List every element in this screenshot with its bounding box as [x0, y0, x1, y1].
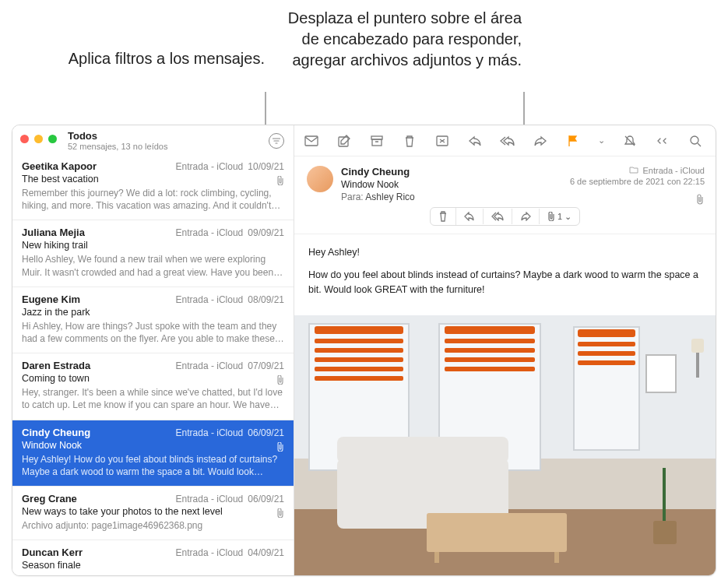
message-list-pane: Todos 52 mensajes, 13 no leídos Geetika … [12, 125, 294, 575]
msg-date: 09/09/21 [248, 227, 284, 238]
mute-icon[interactable] [622, 135, 638, 147]
message-header: Cindy Cheung Window Nook Para: Ashley Ri… [294, 156, 716, 234]
filter-button[interactable] [269, 133, 284, 149]
message-row[interactable]: Greg Crane Entrada - iCloud06/09/21 New … [12, 487, 294, 540]
ha-trash[interactable] [431, 208, 456, 225]
new-message-icon[interactable] [304, 135, 319, 146]
msg-subject: The best vacation [22, 174, 284, 185]
msg-mailbox: Entrada - iCloud [176, 294, 244, 305]
archive-icon[interactable] [369, 135, 385, 146]
minimize-window-button[interactable] [34, 135, 43, 143]
svg-rect-4 [305, 136, 318, 146]
msg-subject: Season finale [22, 560, 284, 571]
ha-attach-count: 1 [557, 212, 562, 221]
body-line-2: How do you feel about blinds instead of … [308, 268, 702, 297]
reply-all-icon[interactable] [500, 135, 515, 146]
msg-date: 07/09/21 [248, 360, 284, 371]
paperclip-icon [276, 176, 284, 188]
annotation-layer: Aplica filtros a los mensajes. Desplaza … [0, 0, 728, 125]
flag-dropdown[interactable]: ⌄ [598, 135, 605, 146]
msg-from: Duncan Kerr [22, 547, 83, 558]
flag-icon[interactable] [565, 135, 581, 147]
mail-window: Todos 52 mensajes, 13 no leídos Geetika … [12, 125, 716, 576]
trash-icon[interactable] [402, 135, 417, 147]
svg-rect-7 [372, 139, 382, 146]
msg-subject: New ways to take your photos to the next… [22, 506, 284, 517]
msg-from: Eugene Kim [22, 294, 80, 305]
msg-mailbox: Entrada - iCloud [176, 427, 244, 438]
callout-filter: Aplica filtros a los mensajes. [47, 48, 265, 69]
msg-preview: Hey, stranger. It's been a while since w… [22, 386, 284, 411]
msg-subject: Jazz in the park [22, 307, 284, 318]
header-hover-actions: 1⌄ [430, 207, 580, 226]
message-list[interactable]: Geetika Kapoor Entrada - iCloud10/09/21 … [12, 154, 294, 575]
msg-from: Juliana Mejia [22, 227, 85, 238]
ha-reply[interactable] [456, 209, 484, 224]
paperclip-icon [276, 508, 284, 520]
msg-mailbox: Entrada - iCloud [176, 547, 244, 558]
msg-date: 06/09/21 [248, 427, 284, 438]
msg-mailbox: Entrada - iCloud [176, 227, 244, 238]
msg-subject: New hiking trail [22, 240, 284, 251]
message-row[interactable]: Duncan Kerr Entrada - iCloud04/09/21 Sea… [12, 540, 294, 575]
window-controls [20, 135, 57, 143]
ha-forward[interactable] [512, 209, 540, 224]
message-row[interactable]: Geetika Kapoor Entrada - iCloud10/09/21 … [12, 154, 294, 220]
to-label: Para: [341, 192, 364, 202]
body-line-1: Hey Ashley! [308, 245, 702, 260]
msg-preview: Hey Ashley! How do you feel about blinds… [22, 453, 284, 478]
header-folder: Entrada - iCloud [643, 166, 705, 175]
msg-mailbox: Entrada - iCloud [176, 494, 244, 504]
toolbar: ⌄ [294, 125, 716, 156]
more-icon[interactable] [655, 137, 670, 145]
message-row[interactable]: Juliana Mejia Entrada - iCloud09/09/21 N… [12, 220, 294, 286]
msg-preview: Remember this journey? We did a lot: roc… [22, 187, 284, 212]
sidebar-header: Todos 52 mensajes, 13 no leídos [12, 125, 294, 154]
paperclip-icon [276, 375, 284, 387]
header-meta: Entrada - iCloud 6 de septiembre de 2021… [570, 166, 705, 186]
inline-image [294, 315, 716, 575]
msg-subject: Window Nook [22, 440, 284, 451]
ha-reply-all[interactable] [484, 209, 512, 224]
forward-icon[interactable] [533, 135, 548, 146]
to-name: Ashley Rico [365, 192, 414, 202]
msg-preview: Hello Ashley, We found a new trail when … [22, 253, 284, 278]
reading-pane: ⌄ Cindy Cheung Window Nook Para: Ashley … [294, 125, 716, 575]
msg-date: 04/09/21 [248, 547, 284, 558]
message-row[interactable]: Cindy Cheung Entrada - iCloud06/09/21 Wi… [12, 420, 294, 487]
message-row[interactable]: Eugene Kim Entrada - iCloud08/09/21 Jazz… [12, 287, 294, 353]
junk-icon[interactable] [434, 135, 450, 146]
search-icon[interactable] [688, 135, 703, 147]
msg-from: Daren Estrada [22, 360, 90, 371]
msg-from: Cindy Cheung [22, 427, 90, 438]
header-date: 6 de septiembre de 2021 con 22:15 [570, 177, 705, 186]
mailbox-subtitle: 52 mensajes, 13 no leídos [68, 142, 167, 151]
msg-date: 10/09/21 [248, 161, 284, 172]
folder-icon [629, 166, 638, 175]
msg-preview: Archivo adjunto: page1image46962368.png [22, 519, 284, 532]
message-row[interactable]: Daren Estrada Entrada - iCloud07/09/21 C… [12, 353, 294, 420]
compose-icon[interactable] [336, 135, 352, 147]
header-attachment-icon [695, 194, 705, 207]
msg-from: Greg Crane [22, 493, 77, 504]
ha-attachments[interactable]: 1⌄ [540, 209, 579, 225]
msg-preview: Did you see the final episode last night… [22, 573, 284, 575]
close-window-button[interactable] [20, 135, 29, 143]
svg-point-9 [691, 136, 698, 144]
msg-date: 06/09/21 [248, 494, 284, 504]
msg-preview: Hi Ashley, How are things? Just spoke wi… [22, 320, 284, 345]
mailbox-title: Todos [68, 130, 167, 142]
header-to: Para: Ashley Rico [341, 192, 703, 202]
message-body: Hey Ashley! How do you feel about blinds… [294, 234, 716, 315]
msg-from: Geetika Kapoor [22, 160, 97, 172]
msg-mailbox: Entrada - iCloud [176, 360, 244, 371]
callout-header: Desplaza el puntero sobre el área de enc… [273, 8, 522, 71]
reply-icon[interactable] [467, 135, 483, 146]
msg-mailbox: Entrada - iCloud [176, 161, 244, 172]
msg-date: 08/09/21 [248, 294, 284, 305]
avatar [307, 166, 333, 192]
paperclip-icon [276, 442, 284, 454]
msg-subject: Coming to town [22, 373, 284, 384]
fullscreen-window-button[interactable] [48, 135, 57, 143]
